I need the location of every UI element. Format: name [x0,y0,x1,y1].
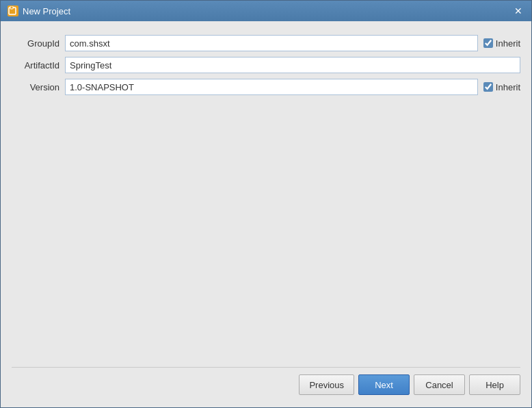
version-inherit: Inherit [483,82,520,92]
button-row: Previous Next Cancel Help [12,367,520,400]
cancel-button[interactable]: Cancel [414,374,465,395]
version-row: Version Inherit [12,79,520,95]
version-inherit-checkbox[interactable] [483,82,493,92]
form-area: GroupId Inherit ArtifactId Version Inher… [12,35,520,95]
version-input[interactable] [65,79,478,95]
group-id-inherit-label: Inherit [496,38,520,49]
title-bar: New Project ✕ [1,1,531,21]
help-button[interactable]: Help [469,374,520,395]
group-id-input[interactable] [65,35,478,51]
artifact-id-row: ArtifactId [12,57,520,73]
group-id-inherit: Inherit [483,38,520,49]
dialog-title: New Project [23,6,70,16]
dialog-icon [8,5,18,16]
new-project-dialog: New Project ✕ GroupId Inherit ArtifactId [0,0,532,408]
artifact-id-label: ArtifactId [12,60,59,71]
title-bar-left: New Project [8,5,70,16]
group-id-label: GroupId [12,38,59,49]
previous-button[interactable]: Previous [299,374,354,395]
group-id-inherit-checkbox[interactable] [483,38,493,48]
dialog-content: GroupId Inherit ArtifactId Version Inher… [1,21,531,407]
artifact-id-input[interactable] [65,57,520,73]
content-spacer [12,95,520,361]
version-label: Version [12,82,59,92]
group-id-row: GroupId Inherit [12,35,520,51]
next-button[interactable]: Next [358,374,410,395]
close-button[interactable]: ✕ [512,5,524,17]
version-inherit-label: Inherit [496,82,520,92]
svg-rect-1 [10,6,13,9]
